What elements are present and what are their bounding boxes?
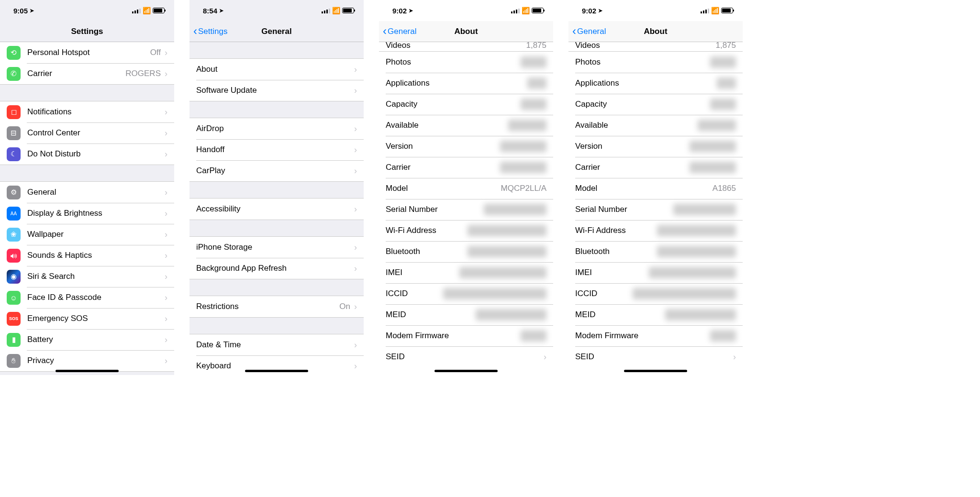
row-iphone-storage[interactable]: iPhone Storage ›	[189, 237, 364, 258]
chevron-right-icon: ›	[354, 302, 357, 312]
chevron-right-icon: ›	[733, 352, 736, 362]
row-imei: IMEIxxxxxxxxxxxxxxxxxxxx	[379, 262, 553, 283]
battery-icon: ▮	[7, 333, 21, 347]
row-faceid[interactable]: ☺ Face ID & Passcode ›	[0, 287, 174, 308]
row-carrier[interactable]: ✆ Carrier ROGERS ›	[0, 63, 174, 84]
label: Privacy	[27, 356, 161, 365]
row-display[interactable]: AA Display & Brightness ›	[0, 203, 174, 224]
cell-signal-icon	[322, 8, 330, 13]
control-center-icon: ⊟	[7, 126, 21, 140]
value: Off	[150, 48, 161, 57]
row-photos: Photosxxxxx	[568, 52, 743, 73]
row-airdrop[interactable]: AirDrop ›	[189, 118, 364, 139]
row-control-center[interactable]: ⊟ Control Center ›	[0, 122, 174, 144]
label: MEID	[386, 310, 476, 320]
label: Carrier	[386, 163, 500, 172]
battery-icon	[342, 8, 354, 13]
redacted-value: xxxxxxxx	[508, 120, 546, 131]
chevron-right-icon: ›	[354, 361, 357, 371]
wifi-icon: ︎📶	[711, 7, 719, 14]
label: Applications	[386, 78, 527, 88]
back-button[interactable]: ‹General	[572, 26, 606, 37]
value: 1,875	[526, 42, 546, 50]
label: Carrier	[27, 69, 125, 78]
row-photos: Photosxxxxx	[379, 52, 553, 73]
label: Capacity	[386, 99, 521, 109]
label: Accessibility	[196, 204, 350, 214]
status-bar: 9:02➤ ︎📶	[568, 0, 743, 21]
row-sos[interactable]: SOS Emergency SOS ›	[0, 308, 174, 329]
row-privacy[interactable]: ✋︎ Privacy ›	[0, 350, 174, 371]
chevron-right-icon: ›	[165, 230, 167, 240]
cell-signal-icon	[132, 8, 141, 13]
home-indicator[interactable]	[434, 370, 498, 372]
about-screen-2: 9:02➤ ︎📶 ‹General About Videos 1,875 Pho…	[568, 0, 743, 375]
page-title: Settings	[71, 27, 103, 36]
row-about[interactable]: About ›	[189, 59, 364, 80]
label: Bluetooth	[386, 247, 468, 256]
label: Serial Number	[575, 205, 673, 214]
value: ROGERS	[125, 69, 161, 78]
row-serial: Serial Numberxxxxxxxxxxxxxx	[379, 199, 553, 220]
label: Battery	[27, 335, 161, 344]
label: SEID	[575, 352, 729, 362]
redacted-value: xxxxxxxxxxxxxx	[673, 204, 736, 215]
label: Photos	[575, 57, 710, 67]
cell-signal-icon	[701, 8, 709, 13]
row-sounds[interactable]: 🔊︎ Sounds & Haptics ›	[0, 245, 174, 266]
chevron-right-icon: ›	[165, 251, 167, 261]
cell-signal-icon	[511, 8, 520, 13]
back-button[interactable]: ‹General	[383, 26, 416, 37]
redacted-value: xxxxxxxxxxxxxxxx	[665, 309, 736, 320]
redacted-value: xxxxxxxxxxxxxxxxxx	[468, 246, 546, 257]
row-meid: MEIDxxxxxxxxxxxxxxxx	[379, 304, 553, 325]
redacted-value: xxxxxxxxxx	[500, 141, 546, 152]
row-videos-partial: Videos 1,875	[568, 42, 743, 52]
label: MEID	[575, 310, 665, 320]
row-siri[interactable]: ◉ Siri & Search ›	[0, 266, 174, 287]
label: IMEI	[386, 268, 459, 277]
label: Wi-Fi Address	[575, 226, 657, 235]
row-bluetooth: Bluetoothxxxxxxxxxxxxxxxxxx	[568, 241, 743, 262]
row-seid[interactable]: SEID›	[379, 346, 553, 367]
redacted-value: xxxxxxxxxx	[690, 141, 736, 152]
row-videos-partial: Videos 1,875	[379, 42, 553, 52]
back-button[interactable]: ‹Settings	[193, 26, 227, 37]
chevron-right-icon: ›	[165, 188, 167, 198]
row-accessibility[interactable]: Accessibility ›	[189, 199, 364, 220]
battery-icon	[532, 8, 544, 13]
row-notifications[interactable]: ◻ Notifications ›	[0, 101, 174, 122]
row-capacity: Capacityxxxxx	[568, 94, 743, 115]
row-restrictions[interactable]: Restrictions On ›	[189, 296, 364, 317]
row-model[interactable]: ModelA1865	[568, 178, 743, 199]
row-handoff[interactable]: Handoff ›	[189, 139, 364, 160]
row-general[interactable]: ⚙ General ›	[0, 182, 174, 203]
row-seid[interactable]: SEID›	[568, 346, 743, 367]
row-wallpaper[interactable]: ❀ Wallpaper ›	[0, 224, 174, 245]
row-iccid: ICCIDxxxxxxxxxxxxxxxxxxxxxxxx	[379, 283, 553, 304]
home-indicator[interactable]	[624, 370, 687, 372]
chevron-right-icon: ›	[354, 243, 357, 253]
row-background-app-refresh[interactable]: Background App Refresh ›	[189, 258, 364, 279]
home-indicator[interactable]	[56, 370, 119, 372]
row-model[interactable]: ModelMQCP2LL/A	[379, 178, 553, 199]
row-software-update[interactable]: Software Update ›	[189, 80, 364, 101]
home-indicator[interactable]	[245, 370, 308, 372]
status-time: 8:54➤	[203, 7, 223, 15]
row-personal-hotspot[interactable]: ⟲ Personal Hotspot Off ›	[0, 42, 174, 63]
nav-bar: ‹Settings General	[189, 21, 364, 42]
redacted-value: xxxxxxxxxx	[500, 162, 546, 173]
label: About	[196, 65, 350, 74]
row-modem-firmware: Modem Firmwarexxxxx	[379, 325, 553, 346]
wifi-icon: ︎📶	[143, 7, 151, 14]
wifi-icon: ︎📶	[332, 7, 340, 14]
row-dnd[interactable]: ☾ Do Not Disturb ›	[0, 144, 174, 165]
label: Wi-Fi Address	[386, 226, 468, 235]
row-battery[interactable]: ▮ Battery ›	[0, 329, 174, 350]
chevron-left-icon: ‹	[383, 25, 387, 37]
row-date-time[interactable]: Date & Time ›	[189, 334, 364, 355]
about-screen-1: 9:02➤ ︎📶 ‹General About Videos 1,875 Pho…	[379, 0, 553, 375]
chevron-left-icon: ‹	[193, 25, 197, 37]
label: Display & Brightness	[27, 209, 161, 218]
row-carplay[interactable]: CarPlay ›	[189, 160, 364, 181]
